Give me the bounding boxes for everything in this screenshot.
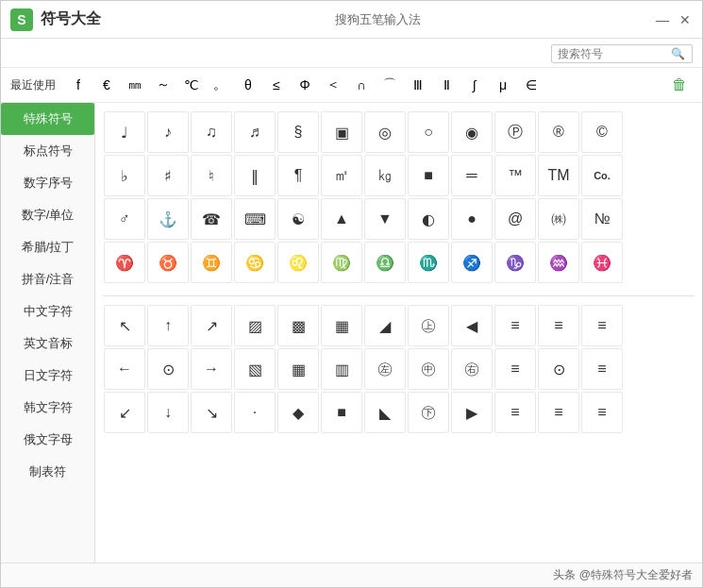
symbol-cell[interactable]: ≡ xyxy=(494,348,536,390)
recent-symbol-celsius[interactable]: ℃ xyxy=(178,72,205,98)
symbol-cell[interactable]: ㎏ xyxy=(364,155,406,196)
sidebar-item-special[interactable]: 特殊符号 xyxy=(1,103,94,135)
sidebar-item-greek[interactable]: 希腊/拉丁 xyxy=(1,231,94,263)
symbol-cell[interactable]: ▥ xyxy=(321,348,362,390)
symbol-cell[interactable]: ■ xyxy=(321,392,362,433)
recent-symbol-period[interactable]: 。 xyxy=(207,72,233,98)
symbol-cell[interactable]: ▦ xyxy=(277,348,319,390)
sidebar-item-punctuation[interactable]: 标点符号 xyxy=(1,135,94,167)
sidebar-item-korean[interactable]: 韩文字符 xyxy=(1,392,94,424)
symbol-cell[interactable]: ≡ xyxy=(538,392,579,433)
symbol-cell[interactable]: ♈ xyxy=(104,242,145,283)
recent-symbol-wave[interactable]: ～ xyxy=(150,72,176,98)
symbol-cell[interactable]: ♊ xyxy=(191,242,232,283)
symbol-cell[interactable]: ♍ xyxy=(321,242,362,283)
sidebar-item-table[interactable]: 制表符 xyxy=(1,456,94,488)
symbol-cell[interactable]: ♬ xyxy=(234,111,276,153)
symbol-cell[interactable]: ㊨ xyxy=(451,348,493,390)
symbol-cell[interactable]: ← xyxy=(104,348,145,390)
symbol-cell[interactable]: ㎡ xyxy=(321,155,362,196)
symbol-cell[interactable]: ○ xyxy=(408,111,449,153)
symbol-cell[interactable]: ♂ xyxy=(104,198,145,240)
symbol-cell[interactable]: ≡ xyxy=(494,305,536,346)
symbol-cell[interactable]: ☎ xyxy=(191,198,232,240)
sidebar-item-chinese[interactable]: 中文字符 xyxy=(1,295,94,328)
symbol-cell[interactable]: ■ xyxy=(408,155,449,196)
symbol-cell-co[interactable]: Co. xyxy=(581,155,623,196)
symbol-cell[interactable]: · xyxy=(234,392,276,433)
symbol-cell[interactable]: ♫ xyxy=(191,111,232,153)
recent-symbol-phi[interactable]: Φ xyxy=(292,72,318,98)
close-button[interactable]: ✕ xyxy=(678,12,693,27)
symbol-cell[interactable]: ≡ xyxy=(581,305,623,346)
symbol-cell[interactable]: ♓ xyxy=(581,242,623,283)
sidebar-item-japanese[interactable]: 日文字符 xyxy=(1,360,94,392)
symbol-cell[interactable]: ㊥ xyxy=(408,348,449,390)
symbol-cell[interactable]: ㈱ xyxy=(538,198,579,240)
symbol-cell[interactable]: © xyxy=(581,111,623,153)
symbol-cell[interactable]: ㊤ xyxy=(408,305,449,346)
symbol-cell[interactable]: @ xyxy=(494,198,536,240)
symbol-cell[interactable]: ↓ xyxy=(147,392,189,433)
sidebar-item-number-seq[interactable]: 数字序号 xyxy=(1,167,94,199)
recent-symbol-lt[interactable]: ＜ xyxy=(320,72,346,98)
symbol-cell[interactable]: ♑ xyxy=(494,242,536,283)
symbol-cell[interactable]: ◢ xyxy=(364,305,406,346)
symbol-cell[interactable]: ◐ xyxy=(408,198,449,240)
symbol-cell[interactable]: ♌ xyxy=(277,242,319,283)
symbol-cell[interactable]: ▶ xyxy=(451,392,493,433)
recent-symbol-element[interactable]: ∈ xyxy=(518,72,544,98)
symbol-cell[interactable]: ▧ xyxy=(234,348,276,390)
recent-symbol-mm[interactable]: ㎜ xyxy=(122,72,148,98)
recent-symbol-cap[interactable]: ∩ xyxy=(348,72,375,98)
minimize-button[interactable]: — xyxy=(655,12,670,27)
sidebar-item-pinyin[interactable]: 拼音/注音 xyxy=(1,263,94,295)
symbol-cell[interactable]: ⌨ xyxy=(234,198,276,240)
symbol-cell[interactable]: ↖ xyxy=(104,305,145,346)
symbol-cell[interactable]: ▨ xyxy=(234,305,276,346)
symbol-cell[interactable]: ≡ xyxy=(538,305,579,346)
symbol-cell[interactable]: ● xyxy=(451,198,493,240)
recent-symbol-leq[interactable]: ≤ xyxy=(263,72,290,98)
recent-symbol-arc[interactable]: ⌒ xyxy=(377,72,403,98)
symbol-cell[interactable]: ♎ xyxy=(364,242,406,283)
sidebar-item-phonetic[interactable]: 英文音标 xyxy=(1,328,94,360)
recent-symbol-f[interactable]: f xyxy=(65,72,92,98)
symbol-cell[interactable]: ▣ xyxy=(321,111,362,153)
symbol-cell[interactable]: ═ xyxy=(451,155,493,196)
sidebar-item-number-unit[interactable]: 数字/单位 xyxy=(1,199,94,231)
symbol-cell[interactable]: ® xyxy=(538,111,579,153)
symbol-cell[interactable]: ↙ xyxy=(104,392,145,433)
symbol-cell[interactable]: ▦ xyxy=(321,305,362,346)
recent-symbol-ii[interactable]: Ⅱ xyxy=(433,72,460,98)
symbol-cell[interactable]: ☯ xyxy=(277,198,319,240)
symbol-cell[interactable]: ‖ xyxy=(234,155,276,196)
symbol-cell[interactable]: ↑ xyxy=(147,305,189,346)
symbol-cell[interactable]: ↗ xyxy=(191,305,232,346)
symbol-cell[interactable]: ♒ xyxy=(538,242,579,283)
symbol-cell[interactable]: ◉ xyxy=(451,111,493,153)
search-input[interactable] xyxy=(558,47,671,60)
symbol-cell[interactable]: TM xyxy=(538,155,579,196)
symbol-cell[interactable]: ™ xyxy=(494,155,536,196)
symbol-cell[interactable]: ♐ xyxy=(451,242,493,283)
symbol-cell[interactable]: ♪ xyxy=(147,111,189,153)
symbol-cell[interactable]: ◆ xyxy=(277,392,319,433)
symbol-cell[interactable]: ◎ xyxy=(364,111,406,153)
symbol-cell[interactable]: ♩ xyxy=(104,111,145,153)
symbol-cell[interactable]: ㊧ xyxy=(364,348,406,390)
symbol-cell[interactable]: ≡ xyxy=(581,348,623,390)
symbol-cell[interactable]: ⚓ xyxy=(147,198,189,240)
recent-symbol-theta[interactable]: θ xyxy=(235,72,261,98)
sidebar-item-russian[interactable]: 俄文字母 xyxy=(1,424,94,456)
symbol-cell[interactable]: § xyxy=(277,111,319,153)
symbol-cell[interactable]: ♋ xyxy=(234,242,276,283)
symbol-cell[interactable]: ↘ xyxy=(191,392,232,433)
symbol-cell[interactable]: ▩ xyxy=(277,305,319,346)
recent-symbol-euro[interactable]: € xyxy=(93,72,120,98)
symbol-cell[interactable]: → xyxy=(191,348,232,390)
symbol-cell[interactable]: ⊙ xyxy=(147,348,189,390)
delete-recent-button[interactable]: 🗑 xyxy=(666,75,693,95)
recent-symbol-iii[interactable]: Ⅲ xyxy=(405,72,431,98)
symbol-cell[interactable]: ♭ xyxy=(104,155,145,196)
